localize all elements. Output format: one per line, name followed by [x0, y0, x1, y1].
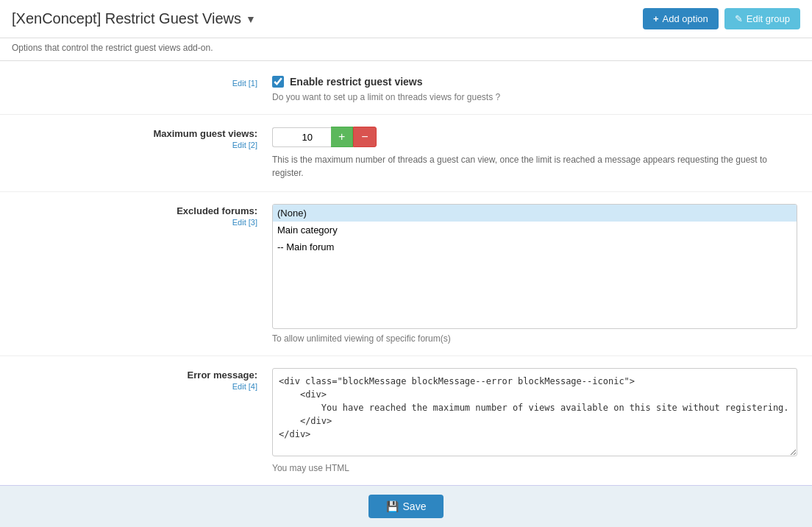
excluded-forums-hint: To allow unlimited viewing of specific f… [272, 333, 797, 344]
title-text: [XenConcept] Restrict Guest Views [12, 10, 241, 27]
excluded-forums-field-col: (None) Main category -- Main forum To al… [272, 204, 812, 344]
error-message-field-col: You may use HTML [272, 368, 812, 473]
excluded-forums-label: Excluded forums: [177, 205, 257, 216]
enable-checkbox-label: Enable restrict guest views [290, 76, 423, 88]
excluded-forums-select[interactable]: (None) Main category -- Main forum [272, 204, 797, 329]
edit-link-3[interactable]: Edit [3] [0, 218, 257, 227]
max-views-label: Maximum guest views: [153, 128, 257, 139]
save-button[interactable]: 💾 Save [368, 495, 444, 518]
plus-icon: + [653, 13, 659, 24]
page-wrapper: [XenConcept] Restrict Guest Views ▼ + Ad… [0, 0, 812, 527]
number-stepper: + − [272, 127, 797, 147]
edit-group-label: Edit group [747, 13, 790, 24]
edit-link-4[interactable]: Edit [4] [0, 382, 257, 391]
pencil-icon: ✎ [735, 13, 743, 24]
save-bar: 💾 Save [0, 485, 812, 527]
edit-link-2[interactable]: Edit [2] [0, 141, 257, 149]
excluded-forums-row: Excluded forums: Edit [3] (None) Main ca… [0, 192, 812, 356]
forum-option-main-category: Main category [273, 222, 797, 238]
max-views-field-col: + − This is the maximum number of thread… [272, 127, 812, 180]
checkbox-wrapper: Enable restrict guest views [272, 76, 797, 88]
enable-label-col: Edit [1] [0, 76, 272, 102]
increment-button[interactable]: + [331, 127, 353, 147]
save-label: Save [403, 501, 427, 512]
save-icon: 💾 [386, 501, 399, 512]
subtitle: Options that control the restrict guest … [0, 38, 812, 61]
add-option-label: Add option [663, 13, 708, 24]
error-message-hint: You may use HTML [272, 463, 797, 473]
error-message-textarea[interactable] [272, 368, 797, 456]
enable-field-col: Enable restrict guest views Do you want … [272, 76, 812, 102]
max-views-row: Maximum guest views: Edit [2] + − This i… [0, 115, 812, 192]
edit-link-1[interactable]: Edit [1] [0, 79, 257, 88]
forum-option-none: (None) [273, 205, 797, 222]
error-message-row: Error message: Edit [4] You may use HTML [0, 356, 812, 485]
forum-option-main-forum: -- Main forum [273, 238, 797, 255]
error-message-label-col: Error message: Edit [4] [0, 368, 272, 473]
max-views-label-col: Maximum guest views: Edit [2] [0, 127, 272, 180]
edit-group-button[interactable]: ✎ Edit group [724, 8, 800, 29]
content-area: Edit [1] Enable restrict guest views Do … [0, 61, 812, 485]
caret-icon: ▼ [246, 13, 256, 25]
error-message-label: Error message: [188, 369, 257, 381]
excluded-forums-label-col: Excluded forums: Edit [3] [0, 204, 272, 344]
max-views-input[interactable] [272, 127, 331, 147]
header-actions: + Add option ✎ Edit group [643, 8, 800, 29]
enable-hint: Do you want to set up a limit on threads… [272, 92, 797, 102]
header-bar: [XenConcept] Restrict Guest Views ▼ + Ad… [0, 0, 812, 38]
add-option-button[interactable]: + Add option [643, 8, 719, 29]
page-title: [XenConcept] Restrict Guest Views ▼ [12, 10, 256, 27]
max-views-description: This is the maximum number of threads a … [272, 153, 797, 180]
enable-checkbox[interactable] [272, 76, 284, 88]
enable-row: Edit [1] Enable restrict guest views Do … [0, 61, 812, 115]
decrement-button[interactable]: − [353, 127, 376, 147]
